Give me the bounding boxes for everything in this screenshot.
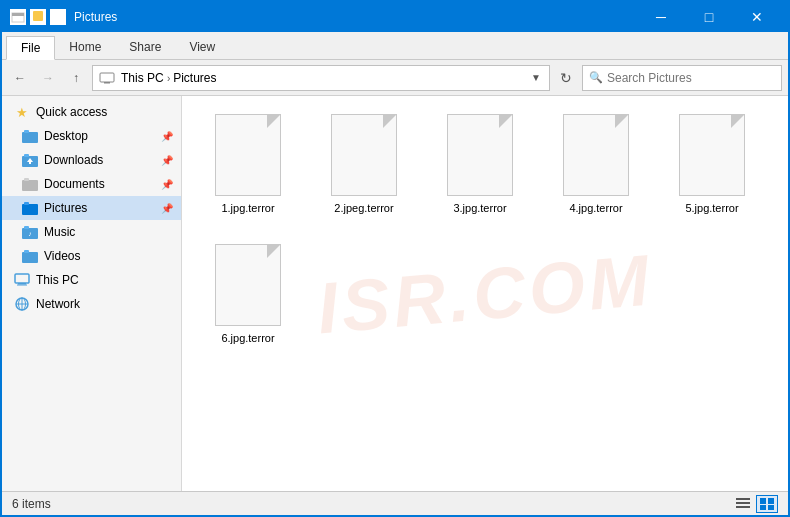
file-item-1[interactable]: 1.jpg.terror (198, 106, 298, 220)
svg-rect-12 (22, 180, 38, 191)
pin-icon: 📌 (161, 203, 173, 214)
file-item-2[interactable]: 2.jpeg.terror (314, 106, 414, 220)
sidebar-item-label: This PC (36, 273, 173, 287)
tab-share[interactable]: Share (115, 35, 175, 59)
svg-rect-5 (104, 82, 110, 84)
list-view-button[interactable] (732, 495, 754, 513)
network-icon (14, 296, 30, 312)
ribbon-tabs: File Home Share View (2, 32, 788, 60)
file-name: 4.jpg.terror (569, 201, 622, 215)
file-fold (499, 115, 512, 128)
title-bar-icon-arrow (50, 9, 66, 25)
sidebar-item-this-pc[interactable]: This PC (2, 268, 181, 292)
file-item-4[interactable]: 4.jpg.terror (546, 106, 646, 220)
sidebar-item-quick-access[interactable]: ★ Quick access (2, 100, 181, 124)
svg-rect-19 (22, 252, 38, 263)
documents-folder-icon (22, 176, 38, 192)
forward-button[interactable]: → (36, 66, 60, 90)
svg-rect-20 (24, 250, 29, 253)
search-input[interactable] (607, 71, 757, 85)
svg-rect-14 (22, 204, 38, 215)
minimize-button[interactable]: ─ (638, 2, 684, 32)
svg-rect-6 (22, 132, 38, 143)
address-box[interactable]: This PC › Pictures ▼ (92, 65, 550, 91)
file-page (331, 114, 397, 196)
title-bar-icon-pin (30, 9, 46, 25)
sidebar-item-network[interactable]: Network (2, 292, 181, 316)
window: Pictures ─ □ ✕ File Home Share View ← → … (0, 0, 790, 517)
pin-icon: 📌 (161, 179, 173, 190)
svg-rect-9 (24, 154, 29, 157)
sidebar-item-label: Music (44, 225, 173, 239)
maximize-button[interactable]: □ (686, 2, 732, 32)
svg-rect-23 (17, 285, 27, 286)
file-fold (383, 115, 396, 128)
star-icon: ★ (14, 104, 30, 120)
pictures-folder-icon (22, 200, 38, 216)
file-item-6[interactable]: 6.jpg.terror (198, 236, 298, 350)
svg-rect-17 (24, 226, 29, 229)
up-button[interactable]: ↑ (64, 66, 88, 90)
svg-rect-2 (33, 11, 43, 21)
svg-rect-4 (100, 73, 114, 82)
refresh-button[interactable]: ↻ (554, 66, 578, 90)
address-bar-row: ← → ↑ This PC › Pictures ▼ ↻ 🔍 (2, 60, 788, 96)
file-fold (267, 245, 280, 258)
back-button[interactable]: ← (8, 66, 32, 90)
file-fold (731, 115, 744, 128)
svg-rect-13 (24, 178, 29, 181)
tab-file[interactable]: File (6, 36, 55, 60)
file-fold (615, 115, 628, 128)
file-item-3[interactable]: 3.jpg.terror (430, 106, 530, 220)
svg-rect-7 (24, 130, 29, 133)
breadcrumb-pictures[interactable]: Pictures (173, 71, 216, 85)
svg-marker-3 (53, 12, 63, 20)
file-icon-wrapper (212, 241, 284, 329)
title-bar-icon-box (10, 9, 26, 25)
pin-icon: 📌 (161, 155, 173, 166)
file-grid: 1.jpg.terror 2.jpeg.terror (198, 106, 772, 351)
file-item-5[interactable]: 5.jpg.terror (662, 106, 762, 220)
view-buttons (732, 495, 778, 513)
music-folder-icon: ♪ (22, 224, 38, 240)
sidebar-item-label: Quick access (36, 105, 173, 119)
pin-icon: 📌 (161, 131, 173, 142)
file-icon-wrapper (328, 111, 400, 199)
svg-rect-1 (12, 13, 24, 16)
svg-text:♪: ♪ (28, 230, 32, 237)
svg-rect-29 (736, 502, 750, 504)
sidebar-item-downloads[interactable]: Downloads 📌 (2, 148, 181, 172)
file-name: 2.jpeg.terror (334, 201, 393, 215)
file-name: 1.jpg.terror (221, 201, 274, 215)
file-grid-area: ISR.COM 1.jpg.terror (182, 96, 788, 491)
close-button[interactable]: ✕ (734, 2, 780, 32)
svg-rect-33 (760, 505, 766, 510)
address-dropdown-arrow[interactable]: ▼ (529, 70, 543, 85)
search-icon: 🔍 (589, 71, 603, 84)
svg-rect-30 (736, 506, 750, 508)
breadcrumb: This PC › Pictures (121, 71, 523, 85)
title-bar-controls: ─ □ ✕ (638, 2, 780, 32)
address-pc-icon (99, 70, 115, 86)
sidebar-item-music[interactable]: ♪ Music (2, 220, 181, 244)
svg-rect-28 (736, 498, 750, 500)
svg-rect-11 (29, 162, 31, 164)
svg-rect-31 (760, 498, 766, 504)
sidebar-item-videos[interactable]: Videos (2, 244, 181, 268)
svg-rect-22 (18, 283, 26, 285)
sidebar-item-pictures[interactable]: Pictures 📌 (2, 196, 181, 220)
tab-view[interactable]: View (175, 35, 229, 59)
large-icon-view-button[interactable] (756, 495, 778, 513)
sidebar-item-desktop[interactable]: Desktop 📌 (2, 124, 181, 148)
tab-home[interactable]: Home (55, 35, 115, 59)
svg-rect-15 (24, 202, 29, 205)
search-box[interactable]: 🔍 (582, 65, 782, 91)
breadcrumb-this-pc[interactable]: This PC (121, 71, 164, 85)
sidebar-item-label: Desktop (44, 129, 155, 143)
sidebar-item-documents[interactable]: Documents 📌 (2, 172, 181, 196)
file-icon-wrapper (676, 111, 748, 199)
sidebar-item-label: Documents (44, 177, 155, 191)
status-bar: 6 items (2, 491, 788, 515)
file-page (215, 114, 281, 196)
videos-folder-icon (22, 248, 38, 264)
